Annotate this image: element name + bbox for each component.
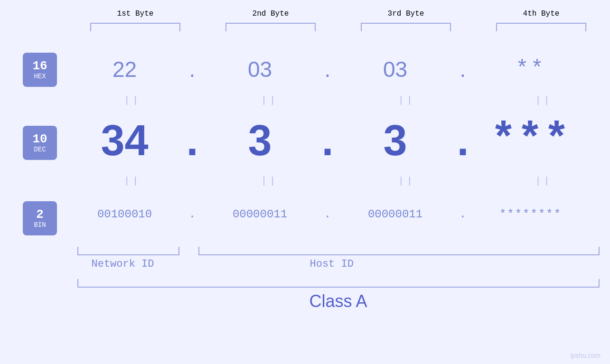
- class-section: Class A: [77, 279, 600, 311]
- class-bracket: [77, 279, 600, 288]
- byte1-header: 1st Byte: [77, 9, 194, 18]
- bin-badge: 2 BIN: [23, 201, 57, 235]
- hex-badge: 16 HEX: [23, 53, 57, 87]
- bin-badge-label: BIN: [34, 221, 46, 229]
- top-brackets: [77, 23, 600, 31]
- dec-value-1: 34: [101, 116, 148, 165]
- bin-byte3: 00000011: [337, 208, 453, 221]
- bracket-byte1: [90, 23, 180, 31]
- hex-value-2: 03: [248, 56, 272, 82]
- hex-value-4: **: [516, 57, 545, 82]
- bin-value-3: 00000011: [368, 208, 422, 221]
- hex-badge-number: 16: [32, 59, 47, 73]
- dec-badge-slot: 10 DEC: [23, 110, 66, 176]
- byte4-header: 4th Byte: [483, 9, 600, 18]
- dec-dot-1: .: [183, 116, 202, 165]
- hex-dot-2: .: [318, 56, 337, 82]
- bracket-byte3: [361, 23, 451, 31]
- dec-dot-3: .: [453, 116, 472, 165]
- hex-value-3: 03: [383, 56, 407, 82]
- bin-dot-2: .: [318, 208, 337, 221]
- host-bracket: [198, 247, 600, 255]
- bin-dot-3: .: [453, 208, 472, 221]
- byte2-label: 2nd Byte: [253, 9, 289, 18]
- hex-badge-slot: 16 HEX: [23, 46, 66, 93]
- hex-dot-3: .: [453, 56, 472, 82]
- sep-5: ||: [124, 176, 141, 187]
- sep-7: ||: [398, 176, 415, 187]
- dec-byte2: 3: [202, 116, 318, 165]
- dec-byte4: ***: [472, 116, 589, 165]
- content-section: 16 HEX 10 DEC 2 BIN: [0, 41, 610, 245]
- bracket-byte4: [496, 23, 586, 31]
- dec-badge: 10 DEC: [23, 126, 57, 160]
- dec-value-3: 3: [383, 116, 407, 165]
- dec-byte3: 3: [337, 116, 453, 165]
- network-bracket: [77, 247, 179, 255]
- badges-column: 16 HEX 10 DEC 2 BIN: [0, 41, 66, 245]
- sep-4: ||: [535, 95, 553, 106]
- bin-byte4: ********: [472, 208, 589, 221]
- bin-byte1: 00100010: [66, 208, 183, 221]
- network-host-area: Network ID Host ID: [77, 247, 600, 275]
- hex-byte1: 22: [66, 56, 183, 82]
- watermark: ipshu.com: [570, 352, 601, 359]
- bin-value-4: ********: [499, 208, 562, 221]
- class-label: Class A: [77, 291, 600, 311]
- host-id-label: Host ID: [310, 258, 354, 270]
- dec-byte1: 34: [66, 116, 183, 165]
- network-id-label: Network ID: [92, 258, 154, 270]
- bin-byte2: 00000011: [202, 208, 318, 221]
- bracket-byte2: [225, 23, 316, 31]
- hex-value-1: 22: [113, 56, 137, 82]
- hex-badge-label: HEX: [34, 73, 46, 80]
- dec-value-2: 3: [248, 116, 272, 165]
- dec-dot-2: .: [318, 116, 337, 165]
- dec-value-4: ***: [490, 116, 570, 165]
- byte3-label: 3rd Byte: [388, 9, 424, 18]
- byte-headers: 1st Byte 2nd Byte 3rd Byte 4th Byte: [77, 9, 600, 18]
- sep-1: ||: [124, 95, 141, 106]
- bin-dot-1: .: [183, 208, 202, 221]
- hex-byte2: 03: [202, 56, 318, 82]
- hex-byte4: **: [472, 57, 589, 82]
- bin-badge-slot: 2 BIN: [23, 192, 66, 244]
- dec-badge-label: DEC: [34, 146, 46, 153]
- byte4-label: 4th Byte: [523, 9, 560, 18]
- hex-row: 22 . 03 . 03 . **: [66, 46, 589, 93]
- dec-row: 34 . 3 . 3 . ***: [66, 107, 589, 174]
- byte3-header: 3rd Byte: [348, 9, 464, 18]
- bin-value-1: 00100010: [97, 208, 152, 221]
- sep-row-dec-bin: || || || ||: [66, 174, 610, 188]
- sep-row-hex-dec: || || || ||: [66, 93, 610, 107]
- data-columns: 22 . 03 . 03 . **: [66, 41, 610, 245]
- hex-dot-1: .: [183, 56, 202, 82]
- byte2-header: 2nd Byte: [213, 9, 329, 18]
- bin-value-2: 00000011: [233, 208, 287, 221]
- bin-row: 00100010 . 00000011 . 00000011 .: [66, 188, 589, 240]
- bin-badge-number: 2: [36, 208, 44, 222]
- main-container: 1st Byte 2nd Byte 3rd Byte 4th Byte 16: [0, 0, 610, 364]
- sep-3: ||: [398, 95, 415, 106]
- sep-6: ||: [261, 176, 278, 187]
- byte1-label: 1st Byte: [117, 9, 154, 18]
- sep-2: ||: [261, 95, 278, 106]
- hex-byte3: 03: [337, 56, 453, 82]
- sep-8: ||: [535, 176, 553, 187]
- dec-badge-number: 10: [32, 132, 47, 146]
